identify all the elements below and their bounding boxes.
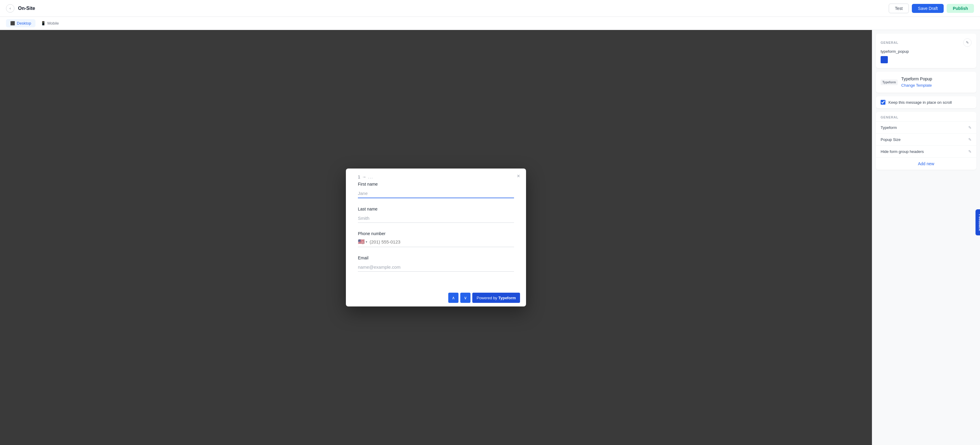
modal-close-button[interactable]: × (517, 173, 520, 179)
email-label: Email (358, 255, 514, 260)
template-name: Typeform Popup (901, 76, 972, 81)
back-button[interactable]: ‹ (6, 4, 14, 13)
settings-item-typeform: Typeform ✎ (876, 122, 977, 133)
email-group: Email (358, 255, 514, 272)
powered-by-button[interactable]: Powered by Typeform (472, 293, 520, 303)
settings-popup-size-edit-icon[interactable]: ✎ (968, 137, 972, 142)
first-name-label: First name (358, 182, 514, 187)
modal-popup: × 1 → ... First name Last name (346, 168, 526, 306)
last-name-label: Last name (358, 207, 514, 211)
tab-desktop[interactable]: ⬛ Desktop (6, 19, 35, 27)
first-name-group: First name (358, 182, 514, 198)
checkbox-row: Keep this message in place on scroll (876, 96, 977, 108)
settings-item-popup-size: Popup Size ✎ (876, 133, 977, 146)
nav-up-button[interactable]: ∧ (448, 293, 458, 303)
right-panel: GENERAL ✎ typeform_popup Typeform Typefo… (872, 30, 980, 445)
general-section: GENERAL ✎ typeform_popup (876, 33, 977, 68)
typeform-icon-box (881, 56, 888, 63)
template-info: Typeform Popup Change Template (901, 76, 972, 88)
settings-typeform-label: Typeform (881, 125, 897, 130)
typeform-logo: Typeform (881, 79, 898, 85)
phone-group: Phone number 🇺🇸 ▾ (358, 231, 514, 247)
settings-header: GENERAL (876, 112, 977, 122)
app-title: On-Site (18, 6, 35, 11)
settings-typeform-edit-icon[interactable]: ✎ (968, 125, 972, 130)
chevron-down-icon: ▾ (366, 240, 367, 244)
change-template-button[interactable]: Change Template (901, 83, 932, 87)
nav-down-button[interactable]: ∨ (460, 293, 471, 303)
flag-icon: 🇺🇸 (358, 238, 364, 245)
tab-mobile[interactable]: 📱 Mobile (37, 19, 63, 27)
back-icon: ‹ (10, 6, 11, 11)
feedback-tab[interactable]: Feedback (975, 209, 980, 235)
modal-footer: ∧ ∨ Powered by Typeform (346, 289, 526, 306)
save-draft-button[interactable]: Save Draft (912, 4, 944, 13)
settings-hide-headers-edit-icon[interactable]: ✎ (968, 149, 972, 154)
typeform-name: typeform_popup (881, 49, 972, 54)
modal-body: First name Last name Phone number 🇺🇸 ▾ (346, 182, 526, 289)
mobile-icon: 📱 (41, 21, 46, 25)
settings-popup-size-label: Popup Size (881, 137, 901, 142)
pencil-icon: ✎ (966, 41, 969, 45)
first-name-input[interactable] (358, 189, 514, 198)
email-input[interactable] (358, 263, 514, 272)
phone-input[interactable] (370, 239, 514, 244)
desktop-icon: ⬛ (10, 21, 15, 25)
nav-step: 1 (358, 174, 360, 179)
modal-overlay: × 1 → ... First name Last name (0, 30, 872, 445)
test-button[interactable]: Test (889, 3, 909, 13)
settings-section: GENERAL Typeform ✎ Popup Size ✎ Hide for… (876, 112, 977, 170)
phone-label: Phone number (358, 231, 514, 236)
feedback-label: Feedback (978, 214, 980, 231)
flag-selector[interactable]: 🇺🇸 ▾ (358, 238, 367, 245)
last-name-input[interactable] (358, 214, 514, 223)
topbar-left: ‹ On-Site (6, 4, 35, 13)
powered-text: Powered by (476, 296, 498, 300)
modal-nav: 1 → ... (346, 168, 526, 182)
scroll-checkbox[interactable] (881, 100, 885, 105)
last-name-group: Last name (358, 207, 514, 223)
powered-brand: Typeform (498, 296, 516, 300)
nav-arrow-icon: → (362, 174, 366, 179)
publish-button[interactable]: Publish (947, 4, 974, 13)
topbar: ‹ On-Site Test Save Draft Publish (0, 0, 980, 17)
template-section: Typeform Typeform Popup Change Template (876, 72, 977, 93)
desktop-label: Desktop (17, 21, 31, 25)
mobile-label: Mobile (48, 21, 59, 25)
nav-dots: ... (368, 174, 374, 179)
canvas-area: × 1 → ... First name Last name (0, 30, 872, 445)
phone-input-wrapper: 🇺🇸 ▾ (358, 238, 514, 247)
general-header: GENERAL ✎ (881, 38, 972, 47)
topbar-right: Test Save Draft Publish (889, 3, 974, 13)
add-new-button[interactable]: Add new (876, 157, 977, 170)
settings-item-hide-headers: Hide form group headers ✎ (876, 146, 977, 157)
checkbox-label: Keep this message in place on scroll (888, 100, 952, 105)
settings-hide-headers-label: Hide form group headers (881, 149, 924, 154)
view-tabs: ⬛ Desktop 📱 Mobile (0, 17, 980, 30)
main-layout: × 1 → ... First name Last name (0, 30, 980, 445)
general-label: GENERAL (881, 41, 898, 44)
general-edit-button[interactable]: ✎ (963, 38, 972, 47)
